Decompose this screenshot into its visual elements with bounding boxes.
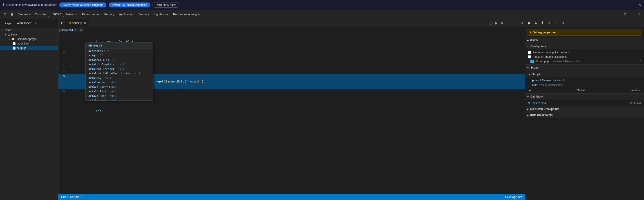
- btn-dismiss[interactable]: Don't show again: [152, 2, 180, 8]
- callstack-item-name: (anonymous): [532, 101, 547, 104]
- close-infobar-button[interactable]: ✕: [638, 2, 641, 7]
- pause-caught-checkbox[interactable]: [528, 55, 531, 58]
- code-editor[interactable]: div#result 261×0 1 function add(a, b) { …: [58, 27, 525, 194]
- tree-label-project: Users/user/project: [16, 37, 37, 41]
- pause-uncaught-checkbox[interactable]: [528, 51, 531, 54]
- tree-item-project[interactable]: ▼ 📁 Users/user/project: [0, 37, 58, 41]
- resume-button[interactable]: ▶: [494, 21, 499, 25]
- btn-match-language[interactable]: Always match Chrome's language: [59, 2, 106, 7]
- editor-tab-icon: JS: [68, 22, 71, 24]
- xhr-breakpoints-arrow: ▶: [527, 108, 529, 110]
- editor-tab-script-js[interactable]: JS script.js ✕: [65, 19, 89, 27]
- script-breakpoint-content: const resultElement = doc…: [552, 60, 583, 63]
- app-container: ℹ DevTools is now available in Japanese!…: [0, 0, 644, 200]
- info-icon: ℹ: [3, 3, 4, 7]
- step-over-next-button[interactable]: ↻: [533, 20, 539, 26]
- code-panel: ⊡ JS script.js ✕ { } ▶ ↻ ↓ ↑ → ⊘: [58, 19, 525, 200]
- line-num-3: 3: [58, 64, 68, 69]
- step-button[interactable]: →: [553, 20, 559, 26]
- tab-elements[interactable]: Elements: [16, 12, 32, 17]
- pretty-print-button[interactable]: { }: [489, 21, 494, 25]
- more-options-icon[interactable]: ⋮: [629, 12, 636, 17]
- tab-sources[interactable]: Sources: [48, 11, 64, 17]
- tab-memory[interactable]: Memory: [102, 12, 116, 17]
- tab-console[interactable]: Console: [32, 12, 48, 17]
- dom-breakpoints-section: ▶ DOM Breakpoints: [525, 112, 644, 118]
- tab-page[interactable]: Page: [2, 21, 14, 26]
- tab-workspace[interactable]: Workspace: [14, 20, 34, 26]
- scope-key-sum: sum: [532, 83, 538, 86]
- global-scope-item[interactable]: ▶ Global Window: [525, 88, 644, 93]
- callstack-collapse-arrow: ▼: [527, 95, 529, 98]
- tree-item-index-html[interactable]: 📄 index.html: [0, 41, 58, 46]
- deactivate-breakpoints-button[interactable]: ⊘: [520, 21, 524, 25]
- tooltip-item-accesskey: accessKey: "": [86, 49, 153, 53]
- more-tabs-icon[interactable]: »: [35, 21, 36, 25]
- pause-caught-label: Pause on caught exceptions: [533, 55, 567, 58]
- pause-uncaught-item: Pause on uncaught exceptions: [525, 50, 644, 55]
- tab-performance[interactable]: Performance: [80, 12, 101, 17]
- scope-sum: sum: <value unavailable>: [529, 83, 644, 87]
- debug-toolbar: ▶ ↻ ⬇ ⬆ → ⊘: [525, 19, 644, 27]
- tab-network[interactable]: Network: [64, 12, 80, 17]
- tab-lighthouse[interactable]: Lighthouse: [152, 12, 170, 17]
- tab-performance-insights[interactable]: Performance insights: [171, 12, 203, 17]
- watch-section-header[interactable]: ▶ Watch: [525, 37, 644, 43]
- editor-tab-close-button[interactable]: ✕: [84, 21, 86, 25]
- watch-collapse-arrow: ▶: [527, 39, 529, 41]
- breakpoints-content: Pause on uncaught exceptions Pause on ca…: [525, 49, 644, 64]
- file-tree: ▼ □ top ▼ ☁ file:// ▼ 📁 Users/user/proje…: [0, 28, 58, 50]
- hover-element-tag: div#result 261×0: [59, 28, 84, 32]
- resume-execution-button[interactable]: ▶: [527, 20, 532, 26]
- hover-tag-label: div#result: [62, 28, 73, 32]
- tooltip-item-ariachecked: ariaChecked: null: [86, 80, 153, 85]
- settings-gear-icon[interactable]: ⚙: [622, 12, 628, 17]
- callstack-section-header[interactable]: ▼ Call Stack: [525, 94, 644, 100]
- dom-breakpoints-header[interactable]: ▶ DOM Breakpoints: [525, 112, 644, 118]
- devtools-settings-icon[interactable]: ⚙: [2, 12, 8, 17]
- devtools-dock-icon[interactable]: ⊞: [9, 12, 15, 17]
- pause-uncaught-label: Pause on uncaught exceptions: [533, 51, 570, 54]
- sidebar-options-icon[interactable]: ⋮: [53, 21, 56, 25]
- tree-file-icon: 📄: [12, 42, 16, 45]
- deactivate-all-breakpoints-button[interactable]: ⊘: [560, 20, 566, 26]
- tooltip-item-ariacolindex: ariaColIndex: null: [86, 89, 153, 94]
- tree-item-script-js[interactable]: 📄 script.js: [0, 46, 58, 50]
- tooltip-item-ariabrrolede: ariaBrailleRoleDescription: null: [86, 71, 153, 76]
- scope-collapse-arrow: ▼: [527, 66, 529, 69]
- tree-item-top[interactable]: ▼ □ top: [0, 28, 58, 32]
- scope-section-header[interactable]: ▼ Scope: [525, 65, 644, 71]
- tree-expand-arrow: ▼: [8, 38, 10, 40]
- step-out-button[interactable]: ↑: [509, 21, 513, 25]
- tree-item-file[interactable]: ▼ ☁ file://: [0, 32, 58, 37]
- breakpoints-section-header[interactable]: ▼ Breakpoints: [525, 43, 644, 49]
- script-breakpoint-item: JS script.js const resultElement = doc… …: [525, 59, 644, 64]
- script-breakpoint-name: script.js: [540, 60, 549, 63]
- step-out-button[interactable]: ⬆: [546, 20, 552, 26]
- tooltip-item-ariabusy: ariaBusy: null: [86, 76, 153, 80]
- step-into-next-button[interactable]: ⬇: [540, 20, 545, 26]
- global-scope-value: Window: [631, 89, 640, 92]
- watch-section: ▶ Watch: [525, 37, 644, 43]
- split-editor-icon[interactable]: ⊡: [59, 20, 65, 25]
- tab-application[interactable]: Application: [117, 12, 136, 17]
- tooltip-item-ariacurrent: ariaCurrent: null: [86, 98, 153, 101]
- script-breakpoint-checkbox[interactable]: [530, 60, 534, 63]
- tab-security[interactable]: Security: [136, 12, 151, 17]
- step-over-button[interactable]: ↻: [500, 21, 504, 25]
- tree-folder-icon: 📁: [11, 37, 14, 41]
- tree-label-index: index.html: [17, 42, 29, 45]
- step-into-button[interactable]: ↓: [505, 21, 508, 25]
- btn-switch-japanese[interactable]: Switch DevTools to Japanese: [108, 2, 150, 7]
- close-devtools-button[interactable]: ✕: [636, 12, 642, 17]
- tree-expand-arrow: ▼: [2, 29, 4, 31]
- step-button[interactable]: →: [514, 21, 518, 25]
- info-bar: ℹ DevTools is now available in Japanese!…: [0, 0, 644, 10]
- xhr-breakpoints-header[interactable]: ▶ XHR/fetch Breakpoints: [525, 106, 644, 112]
- content-area: Page Workspace » ⋮ ▼ □ top ▼ ☁ file://: [0, 19, 644, 200]
- script-scope-content: ▶ resultElement: div#result sum: <value …: [525, 77, 644, 88]
- callstack-anonymous[interactable]: ★ (anonymous) script.js:6: [525, 100, 644, 105]
- scope-result-element: ▶ resultElement: div#result: [529, 78, 644, 83]
- debugger-paused-icon: ℹ: [530, 30, 531, 34]
- script-scope-header[interactable]: ▼ Script: [525, 71, 644, 77]
